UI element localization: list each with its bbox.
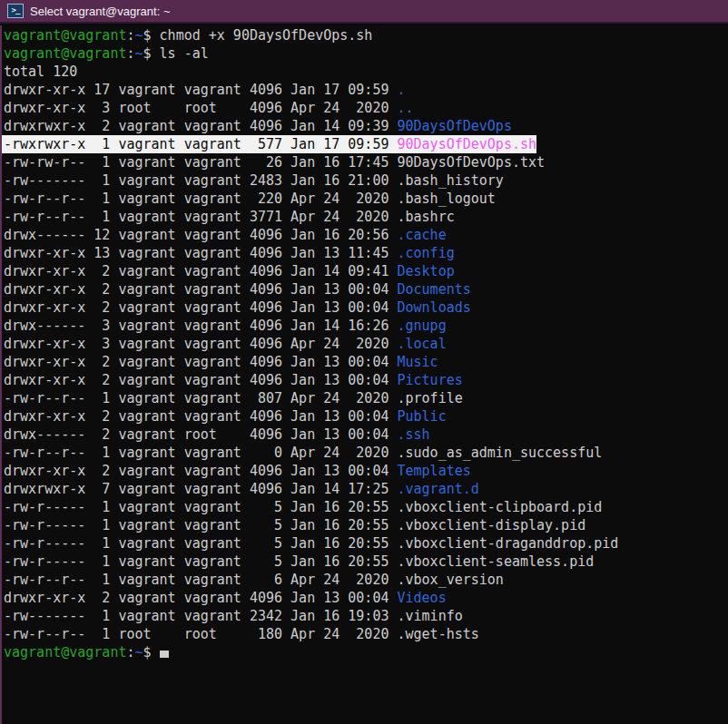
terminal-viewport[interactable]: vagrant@vagrant:~$ chmod +x 90DaysOfDevO… <box>0 24 728 722</box>
terminal-total-line: total 120 <box>4 63 728 81</box>
listing-row: drwx------ 12 vagrant vagrant 4096 Jan 1… <box>4 226 728 244</box>
terminal-command-line: vagrant@vagrant:~$ ls -al <box>4 44 728 63</box>
file-name: .bash_history <box>397 172 503 189</box>
listing-row: -rw-r----- 1 vagrant vagrant 5 Jan 16 20… <box>4 498 728 516</box>
window-title: Select vagrant@vagrant: ~ <box>30 5 170 18</box>
file-name: .wget-hsts <box>397 626 478 642</box>
file-name: 90DaysOfDevOps.txt <box>397 154 545 171</box>
file-name: .vboxclient-clipboard.pid <box>397 499 602 515</box>
terminal-cursor <box>160 651 169 658</box>
file-name: .vboxclient-draganddrop.pid <box>397 535 618 552</box>
file-name: .config <box>397 245 454 261</box>
listing-row: -rw------- 1 vagrant vagrant 2483 Jan 16… <box>4 171 728 190</box>
listing-row: drwxr-xr-x 13 vagrant vagrant 4096 Jan 1… <box>4 244 728 262</box>
file-name: Documents <box>397 281 470 298</box>
file-name: .bash_logout <box>397 191 495 207</box>
file-name: Downloads <box>397 299 470 316</box>
file-name: Music <box>397 354 438 370</box>
file-name: .gnupg <box>397 318 446 334</box>
file-name: . <box>397 82 405 98</box>
window-left-border <box>0 25 2 724</box>
listing-row: -rw-r--r-- 1 vagrant vagrant 220 Apr 24 … <box>4 190 728 208</box>
terminal-command-line: vagrant@vagrant:~$ chmod +x 90DaysOfDevO… <box>4 26 728 44</box>
file-name: .profile <box>397 390 462 406</box>
listing-row: drwxrwxr-x 2 vagrant vagrant 4096 Jan 14… <box>4 117 728 135</box>
listing-row: drwxr-xr-x 17 vagrant vagrant 4096 Jan 1… <box>4 81 728 99</box>
terminal-prompt-line: vagrant@vagrant:~$ <box>4 643 728 661</box>
powershell-icon: >_ <box>7 4 24 18</box>
listing-row: drwxr-xr-x 3 root root 4096 Apr 24 2020 … <box>4 99 728 117</box>
listing-row: -rw------- 1 vagrant vagrant 2342 Jan 16… <box>4 607 728 625</box>
listing-row: drwxr-xr-x 2 vagrant vagrant 4096 Jan 13… <box>4 589 728 607</box>
listing-row: -rw-r--r-- 1 vagrant vagrant 6 Apr 24 20… <box>4 571 728 589</box>
file-name: .sudo_as_admin_successful <box>397 445 602 461</box>
listing-row: -rwxrwxr-x 1 vagrant vagrant 577 Jan 17 … <box>4 135 728 153</box>
file-name: .cache <box>397 227 446 243</box>
listing-row: -rw-r----- 1 vagrant vagrant 5 Jan 16 20… <box>4 516 728 534</box>
file-name: Templates <box>397 463 470 479</box>
file-name: .vagrant.d <box>397 481 478 497</box>
file-name: .. <box>397 100 413 116</box>
listing-row: -rw-r--r-- 1 vagrant vagrant 0 Apr 24 20… <box>4 444 728 462</box>
file-name: .local <box>397 336 446 352</box>
listing-row: drwxr-xr-x 2 vagrant vagrant 4096 Jan 13… <box>4 371 728 389</box>
terminal-output: vagrant@vagrant:~$ chmod +x 90DaysOfDevO… <box>4 26 728 661</box>
file-name: Public <box>397 408 446 425</box>
listing-row: drwxr-xr-x 3 vagrant vagrant 4096 Apr 24… <box>4 335 728 353</box>
file-name: Desktop <box>397 263 454 279</box>
listing-row: -rw-r----- 1 vagrant vagrant 5 Jan 16 20… <box>4 534 728 553</box>
file-name: .bashrc <box>397 209 454 225</box>
file-name: 90DaysOfDevOps.sh <box>397 136 536 152</box>
console-window: >_ Select vagrant@vagrant: ~ vagrant@vag… <box>0 0 728 724</box>
file-name: .vboxclient-display.pid <box>397 517 585 533</box>
listing-row: -rw-r--r-- 1 vagrant vagrant 3771 Apr 24… <box>4 208 728 226</box>
listing-row: drwxr-xr-x 2 vagrant vagrant 4096 Jan 13… <box>4 462 728 480</box>
listing-row: drwxrwxr-x 7 vagrant vagrant 4096 Jan 14… <box>4 480 728 498</box>
listing-row: drwxr-xr-x 2 vagrant vagrant 4096 Jan 13… <box>4 298 728 317</box>
listing-row: -rw-r----- 1 vagrant vagrant 5 Jan 16 20… <box>4 553 728 571</box>
file-name: Pictures <box>397 372 462 388</box>
listing-row: -rw-r--r-- 1 vagrant vagrant 807 Apr 24 … <box>4 389 728 407</box>
window-titlebar[interactable]: >_ Select vagrant@vagrant: ~ <box>0 0 728 24</box>
listing-row: drwxr-xr-x 2 vagrant vagrant 4096 Jan 14… <box>4 262 728 280</box>
file-name: .viminfo <box>397 608 462 624</box>
listing-row: drwxr-xr-x 2 vagrant vagrant 4096 Jan 13… <box>4 280 728 298</box>
listing-row: -rw-r--r-- 1 root root 180 Apr 24 2020 .… <box>4 625 728 643</box>
file-name: .vboxclient-seamless.pid <box>397 553 594 570</box>
listing-row: drwxr-xr-x 2 vagrant vagrant 4096 Jan 13… <box>4 353 728 371</box>
file-name: Videos <box>397 590 446 606</box>
file-name: 90DaysOfDevOps <box>397 118 511 134</box>
file-name: .ssh <box>397 426 429 443</box>
listing-row: -rw-rw-r-- 1 vagrant vagrant 26 Jan 16 1… <box>4 153 728 171</box>
file-name: .vbox_version <box>397 572 503 588</box>
listing-row: drwx------ 2 vagrant root 4096 Jan 13 00… <box>4 426 728 444</box>
listing-row: drwx------ 3 vagrant vagrant 4096 Jan 14… <box>4 317 728 335</box>
listing-row: drwxr-xr-x 2 vagrant vagrant 4096 Jan 13… <box>4 407 728 426</box>
